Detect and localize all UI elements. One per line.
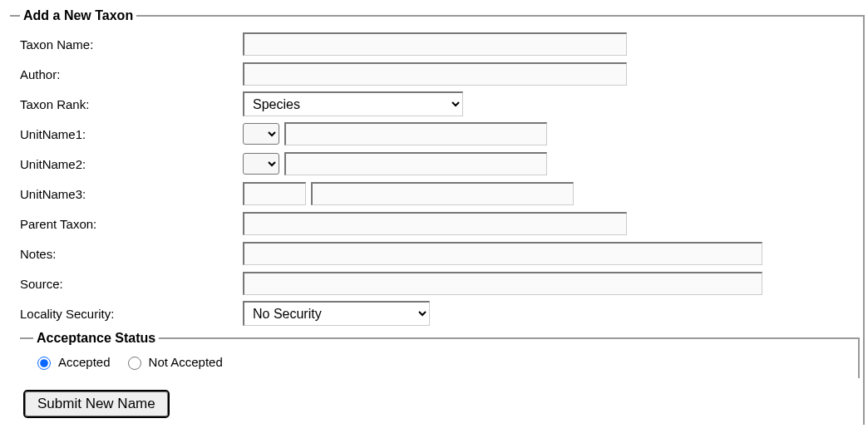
accepted-radio[interactable] <box>37 357 51 370</box>
author-input[interactable] <box>243 62 627 86</box>
label-unitname2: UnitName2: <box>20 157 243 171</box>
acceptance-status-legend: Acceptance Status <box>33 331 159 346</box>
source-input[interactable] <box>243 272 762 295</box>
row-unitname2: UnitName2: <box>20 151 860 176</box>
taxon-name-input[interactable] <box>243 32 627 56</box>
submit-new-name-button[interactable]: Submit New Name <box>25 391 168 416</box>
label-notes: Notes: <box>20 247 243 261</box>
unitname1-input[interactable] <box>284 122 547 145</box>
row-notes: Notes: <box>20 241 860 266</box>
acceptance-status-fieldset: Acceptance Status Accepted Not Accepted <box>20 331 860 378</box>
unitname3-prefix-input[interactable] <box>243 182 306 205</box>
accepted-label: Accepted <box>58 355 111 369</box>
unitname2-input[interactable] <box>284 152 547 175</box>
not-accepted-radio[interactable] <box>128 357 141 370</box>
label-unitname1: UnitName1: <box>20 127 243 141</box>
taxon-rank-select[interactable]: Species <box>243 91 463 116</box>
label-parent-taxon: Parent Taxon: <box>20 217 243 231</box>
unitname2-prefix-select[interactable] <box>243 153 279 175</box>
row-parent-taxon: Parent Taxon: <box>20 211 860 236</box>
label-source: Source: <box>20 277 243 291</box>
add-taxon-fieldset: Add a New Taxon Taxon Name: Author: Taxo… <box>10 8 865 425</box>
label-taxon-name: Taxon Name: <box>20 37 243 52</box>
unitname1-prefix-select[interactable] <box>243 123 279 145</box>
unitname3-input[interactable] <box>311 182 574 205</box>
row-unitname3: UnitName3: <box>20 181 860 206</box>
label-locality-security: Locality Security: <box>20 307 243 321</box>
parent-taxon-input[interactable] <box>243 212 627 235</box>
add-taxon-legend: Add a New Taxon <box>20 8 136 23</box>
notes-input[interactable] <box>243 242 762 265</box>
label-unitname3: UnitName3: <box>20 187 243 201</box>
row-taxon-rank: Taxon Rank: Species <box>20 91 860 116</box>
row-author: Author: <box>20 62 860 86</box>
locality-security-select[interactable]: No Security <box>243 301 430 326</box>
row-unitname1: UnitName1: <box>20 121 860 146</box>
not-accepted-label: Not Accepted <box>149 355 223 369</box>
row-taxon-name: Taxon Name: <box>20 32 860 57</box>
label-author: Author: <box>20 67 243 81</box>
row-source: Source: <box>20 271 860 296</box>
row-locality-security: Locality Security: No Security <box>20 301 860 326</box>
label-taxon-rank: Taxon Rank: <box>20 97 243 111</box>
